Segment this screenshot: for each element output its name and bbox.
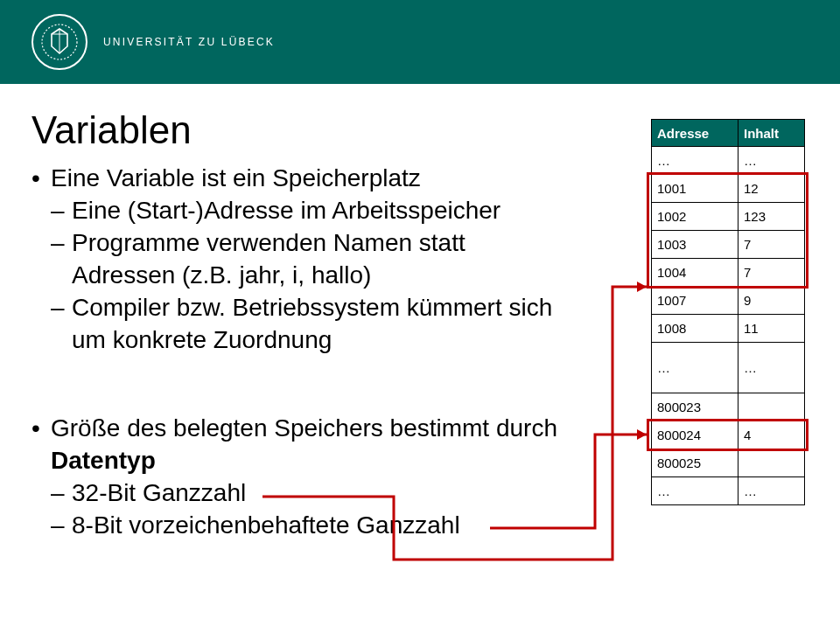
table-cell-val: 7 (738, 231, 805, 259)
table-cell-val: … (738, 477, 805, 505)
bullet-dot-icon: • (32, 163, 51, 195)
sub-bullet-5: 8-Bit vorzeichenbehaftete Ganzzahl (72, 510, 460, 542)
dash-icon: – (51, 510, 72, 542)
sub-bullet-1: Eine (Start-)Adresse im Arbeitsspeicher (72, 195, 500, 227)
bullet-main: Eine Variable ist ein Speicherplatz (51, 163, 421, 195)
dash-icon: – (51, 195, 72, 227)
table-cell-addr: 800025 (651, 449, 738, 477)
dash-icon: – (51, 292, 72, 357)
bullets-block-2: • Größe des belegten Speichers bestimmt … (32, 413, 574, 542)
table-cell-val: 4 (738, 421, 805, 449)
table-cell-addr: … (651, 147, 738, 175)
header: UNIVERSITÄT ZU LÜBECK (0, 0, 840, 84)
slide-title: Variablen (32, 108, 192, 152)
table-cell-addr: 1003 (651, 231, 738, 259)
table-cell-addr: 1008 (651, 315, 738, 343)
table-cell-addr: 1002 (651, 203, 738, 231)
table-cell-val: … (738, 343, 805, 393)
dash-icon: – (51, 477, 72, 510)
bullet-2-bold: Datentyp (51, 447, 156, 474)
table-header-value: Inhalt (738, 119, 805, 147)
table-cell-addr: 1004 (651, 259, 738, 287)
table-cell-addr: 800024 (651, 421, 738, 449)
table-cell-addr: 1001 (651, 175, 738, 203)
bullets-block-1: • Eine Variable ist ein Speicherplatz – … (32, 163, 574, 357)
university-seal-icon (32, 14, 88, 70)
table-cell-val: 9 (738, 287, 805, 315)
memory-table: Adresse Inhalt …… 100112 1002123 10037 1… (651, 119, 805, 505)
table-cell-addr: … (651, 477, 738, 505)
svg-marker-2 (637, 429, 647, 440)
sub-bullet-3: Compiler bzw. Betriebssystem kümmert sic… (72, 292, 574, 357)
table-cell-addr: 1007 (651, 287, 738, 315)
table-cell-addr: … (651, 343, 738, 393)
table-cell-val (738, 393, 805, 421)
table-cell-val: 7 (738, 259, 805, 287)
bullet-dot-icon: • (32, 413, 51, 477)
university-name: UNIVERSITÄT ZU LÜBECK (103, 36, 275, 48)
table-cell-val: 123 (738, 203, 805, 231)
table-cell-val: 11 (738, 315, 805, 343)
table-cell-val: 12 (738, 175, 805, 203)
dash-icon: – (51, 227, 72, 292)
bullet-2: Größe des belegten Speichers bestimmt du… (51, 413, 574, 477)
table-cell-addr: 800023 (651, 393, 738, 421)
bullet-2-prefix: Größe des belegten Speichers bestimmt du… (51, 414, 557, 442)
table-cell-val: … (738, 147, 805, 175)
sub-bullet-2: Programme verwenden Namen statt Adressen… (72, 227, 574, 292)
svg-marker-1 (637, 282, 647, 292)
sub-bullet-4: 32-Bit Ganzzahl (72, 477, 246, 510)
table-cell-val (738, 449, 805, 477)
table-header-address: Adresse (651, 119, 738, 147)
